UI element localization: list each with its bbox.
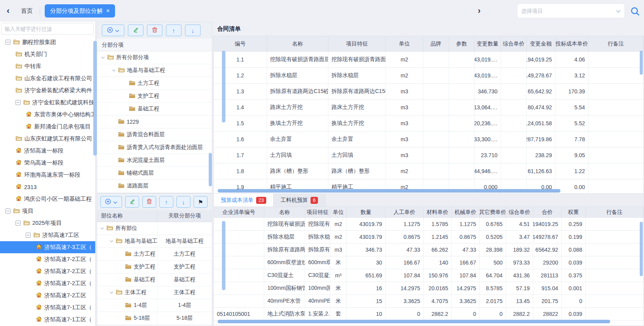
tree-item[interactable]: 地基与基础工程 <box>97 64 212 77</box>
expander-icon[interactable] <box>16 100 21 105</box>
tree-item[interactable]: 2313 <box>0 181 95 193</box>
tree-item[interactable]: 机关部门 <box>0 48 95 60</box>
expander-icon[interactable] <box>5 209 10 214</box>
table-row[interactable]: 1-4层 1-4层 <box>97 299 212 312</box>
tree-item[interactable]: 济邹高速7-2工区 <box>0 289 95 301</box>
tree-item[interactable]: 环渤海高速东营一标段 <box>0 169 95 181</box>
tree-item[interactable]: 济宁金桥装配式桥梁大构件 <box>0 84 95 96</box>
tree-item[interactable]: 支护工程 <box>97 90 212 103</box>
back-icon[interactable]: ‹ <box>2 6 14 16</box>
add-button[interactable] <box>100 196 122 208</box>
budget-right-scrollbar-thumb[interactable] <box>640 222 643 276</box>
tree-item[interactable]: 中转库 <box>0 60 95 72</box>
delete-button[interactable] <box>147 25 162 36</box>
table-row[interactable]: 所有部位 <box>97 222 212 235</box>
move-down-button[interactable]: ↓ <box>185 25 201 36</box>
tree-item[interactable]: 新邦涌金门总承包项目 <box>0 121 95 133</box>
tree-item[interactable]: 济邹高速一标段 <box>0 145 95 157</box>
tree-item[interactable]: 济邹高速7工区 <box>0 229 95 241</box>
expander-icon[interactable] <box>26 233 31 238</box>
tree-item[interactable]: 济邹高速7-1工区（ <box>0 314 95 326</box>
table-row[interactable]: 1.1 挖除现有破损沥青路面层 挖除现有破损沥青路面层 m2 43,019.… … <box>214 52 644 68</box>
tree-item[interactable]: 沥青贯入式与沥青表面处治面层 <box>97 141 212 154</box>
table-row[interactable]: 1.6 余土弃置 余土弃置 m3 33,300.… 287,719.86 7.7… <box>214 131 644 147</box>
table-row[interactable]: 1.4 路床土方开挖 路床土方开挖 m3 13,064.… 80,474.92 … <box>214 100 644 116</box>
tree-item[interactable]: 济邹高速7-2工区（ <box>0 253 95 265</box>
chevron-down-icon[interactable] <box>112 69 118 72</box>
table-row[interactable]: 05140105001 地上式消防水泵 1.安装,2.充 套 10 0 2882… <box>214 308 644 321</box>
chevron-down-icon[interactable] <box>110 291 116 294</box>
project-select-input[interactable] <box>521 8 616 14</box>
tree-item[interactable]: 荣乌高速一标段 <box>0 157 95 169</box>
tree-item[interactable]: 济邹高速7-2工区（ <box>0 265 95 277</box>
table-row[interactable]: 1.5 换填土方开挖 换填土方开挖 m3 20,236.… 124,051.58… <box>214 116 644 131</box>
project-select[interactable] <box>517 4 625 18</box>
tree-item[interactable]: 鹏程控股集团 <box>0 36 95 48</box>
tree-item[interactable]: 济宁金虹装配式建筑科技 <box>0 96 95 109</box>
tree-item[interactable]: 土方工程 <box>97 77 212 90</box>
tree-item[interactable]: 山东金石建设工程有限公司 <box>0 72 95 84</box>
table-row[interactable]: 600mm双壁波纹管 600mm双壁波纹管 米 30 166.67 140 16… <box>214 256 644 269</box>
tree-item[interactable]: 1229 <box>97 116 212 128</box>
close-icon[interactable]: × <box>106 7 110 14</box>
table-row[interactable]: 1.9 精平施工 精平施工 m2 0.000 0.00 0.00 <box>214 179 644 195</box>
sidebar-scrollbar-thumb[interactable] <box>93 41 97 156</box>
flag-button[interactable]: ⚑ <box>194 196 208 208</box>
table-row[interactable]: 主体工程 主体工程 <box>97 286 212 299</box>
tree-item[interactable]: 济邹高速7-2工区（ <box>0 277 95 289</box>
tree-item[interactable]: 道路面层 <box>97 180 212 193</box>
tree-item[interactable]: 沥青混合料面层 <box>97 128 212 141</box>
edit-button[interactable] <box>125 196 139 208</box>
table-row[interactable]: 40mmPE水管 40mmPE水管 米 15 3.3625 4.7075 3.3… <box>214 295 644 308</box>
chevron-down-icon[interactable] <box>101 56 107 59</box>
budget-hscrollbar-thumb[interactable] <box>218 320 610 323</box>
tree-filter-input[interactable] <box>1 23 94 35</box>
table-row[interactable]: C30混凝土 C30混凝土 m³ 651.69 107.84 150.976 1… <box>214 269 644 282</box>
table-row[interactable]: 拆除原有道路两边C15砼 拆除原有道路两边C15砼 m3 346.73 47.3… <box>214 244 644 256</box>
tab[interactable]: 预算成本清单 23 <box>214 194 274 207</box>
add-button[interactable] <box>102 25 124 36</box>
search-icon[interactable] <box>629 5 641 18</box>
delete-button[interactable] <box>142 196 156 208</box>
table-row[interactable]: 拆除水稳层 拆除水稳层 m2 43019.79 0.8675 1.2145 0.… <box>214 231 644 244</box>
tree-item[interactable]: 所有分部分项 <box>97 51 212 64</box>
contract-right-scrollbar-thumb[interactable] <box>640 51 643 75</box>
table-row[interactable]: 100mm国标钢管 100mm国标钢管 米 16 14.2975 20.0165… <box>214 282 644 295</box>
tree-item[interactable]: 铺砌式面层 <box>97 167 212 180</box>
tree-item[interactable]: 水泥混凝土面层 <box>97 154 212 167</box>
forward-icon[interactable]: › <box>473 6 485 16</box>
move-up-button[interactable]: ↑ <box>159 196 173 208</box>
table-row[interactable]: 基础工程 基础工程 <box>97 273 212 286</box>
table-row[interactable]: 1.2 拆除水稳层 拆除水稳层 m2 43,019.… 149,278.67 3… <box>214 68 644 84</box>
breakdown-scrollbar-thumb[interactable] <box>209 153 212 186</box>
tree-item[interactable]: 基础工程 <box>97 103 212 116</box>
table-row[interactable]: 土方工程 土方工程 <box>97 248 212 261</box>
table-row[interactable]: 1.7 土方回填 土方回填 m3 23.710 238.29 9.05 <box>214 147 644 163</box>
contract-hscrollbar-thumb[interactable] <box>218 189 560 193</box>
expander-icon[interactable] <box>16 221 21 226</box>
budget-left-scrollbar-thumb[interactable] <box>222 221 225 290</box>
expander-icon[interactable] <box>5 40 10 45</box>
table-row[interactable]: 1.3 拆除原有道路两边C15砼 拆除原有道路两边C15砼 m3 346.730… <box>214 84 644 100</box>
tree-item[interactable]: 2025年项目 <box>0 217 95 229</box>
table-row[interactable]: 地基与基础工程 地基与基础工程 <box>97 235 212 248</box>
edit-button[interactable] <box>128 25 143 36</box>
tab-active-breakdown[interactable]: 分部分项及部位分解 × <box>45 4 115 18</box>
move-up-button[interactable]: ↑ <box>166 25 182 36</box>
table-row[interactable]: 5-18层 5-18层 <box>97 312 212 325</box>
table-row[interactable]: 支护工程 支护工程 <box>97 261 212 273</box>
contract-left-scrollbar-thumb[interactable] <box>222 51 225 123</box>
tree-item[interactable]: 山东庆虹建筑工程有限公司 <box>0 133 95 145</box>
tab[interactable]: 工料机预算 6 <box>274 194 325 207</box>
chevron-down-icon[interactable] <box>100 227 106 230</box>
tree-item[interactable]: 济邹高速7-1工区（ <box>0 301 95 314</box>
tree-item[interactable]: 济邹高速7-3工区（ <box>0 241 95 253</box>
table-row[interactable]: 挖除现有破损沥青路面层 挖除现有破损沥青路面层 m2 43019.79 1.12… <box>214 218 644 231</box>
chevron-down-icon[interactable] <box>110 240 116 242</box>
tree-item[interactable]: 项目 <box>0 205 95 217</box>
tree-item[interactable]: 东营市奥体中心钢结构工程 <box>0 109 95 121</box>
table-row[interactable]: 1.8 路床（槽）整形 路床（槽）整形 m2 44,946.… 61,126.6… <box>214 163 644 179</box>
tree-item[interactable]: 鸿庆公司小区一期基础工程 <box>0 193 95 205</box>
move-down-button[interactable]: ↓ <box>176 196 190 208</box>
tab-home[interactable]: 首页 <box>14 7 40 15</box>
